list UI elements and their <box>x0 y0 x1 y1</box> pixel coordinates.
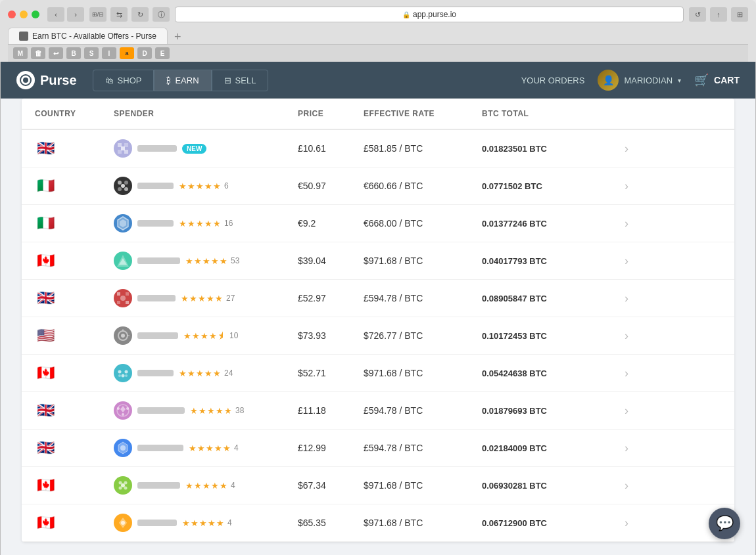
spender-avatar <box>114 476 132 495</box>
effective-rate-cell: £581.85 / BTC <box>364 143 482 154</box>
tab-earn[interactable]: ₿ EARN <box>154 70 211 91</box>
spender-cell: ★★★★★53 <box>114 252 298 270</box>
svg-point-42 <box>126 407 129 410</box>
url-text: app.purse.io <box>413 10 456 19</box>
stars-container: ★★★★★4 <box>182 518 232 528</box>
country-flag: 🇬🇧 <box>35 403 56 418</box>
share-sheet-button[interactable]: ↑ <box>710 7 727 22</box>
star-full: ★ <box>179 181 187 191</box>
nav-right: YOUR ORDERS 👤 MARIODIAN ▾ 🛒 CART <box>521 70 740 91</box>
price-cell: £11.18 <box>298 405 364 416</box>
table-row[interactable]: 🇨🇦 ★★★★★4 $67.34 $971.68 / BTC 0.0693028… <box>22 467 734 504</box>
close-button[interactable] <box>8 11 16 18</box>
table-row[interactable]: 🇨🇦 ★★★★★24 $52.71 $971.68 / BTC 0.054246… <box>22 355 734 392</box>
stars-container: ★★★★★24 <box>179 368 233 378</box>
price-cell: $65.35 <box>298 518 364 528</box>
spender-name <box>137 145 177 152</box>
star-full: ★ <box>179 368 187 378</box>
table-row[interactable]: 🇨🇦 ★★★★★53 $39.04 $971.68 / BTC 0.040177… <box>22 242 734 280</box>
country-flag: 🇨🇦 <box>35 478 56 493</box>
star-full: ★ <box>216 406 224 416</box>
svg-point-33 <box>125 370 128 374</box>
user-avatar: 👤 <box>598 70 619 91</box>
extension-arrow[interactable]: ↩ <box>49 47 63 59</box>
spender-name <box>137 183 174 189</box>
star-full: ★ <box>192 331 200 341</box>
tab-shop[interactable]: 🛍 SHOP <box>93 70 154 91</box>
user-name: MARIODIAN <box>624 76 673 85</box>
table-row[interactable]: 🇬🇧 ★★★★★27 £52.97 £594.78 / BTC 0.089058… <box>22 280 734 317</box>
star-full: ★ <box>211 481 219 491</box>
extension-s[interactable]: S <box>84 47 99 59</box>
tab-sell[interactable]: ⊟ SELL <box>212 70 269 91</box>
row-chevron-icon: › <box>613 441 640 455</box>
extension-m[interactable]: M <box>13 47 28 59</box>
reload-button[interactable]: ↻ <box>131 7 149 22</box>
price-cell: $73.93 <box>298 330 364 341</box>
spender-avatar <box>114 326 132 345</box>
star-full: ★ <box>187 368 195 378</box>
star-full: ★ <box>206 443 214 453</box>
svg-point-50 <box>124 487 128 490</box>
active-tab[interactable]: Earn BTC - Available Offers - Purse <box>8 28 168 44</box>
star-full: ★ <box>204 368 212 378</box>
table-row[interactable]: 🇨🇦 ★★★★★4 $65.35 $971.68 / BTC 0.0671290… <box>22 504 734 542</box>
back-button[interactable]: ‹ <box>47 7 64 22</box>
forward-button[interactable]: › <box>67 7 84 22</box>
star-full: ★ <box>211 256 219 266</box>
effective-rate-cell: £594.78 / BTC <box>364 293 482 303</box>
star-half: ⯨ <box>218 331 226 341</box>
svg-point-47 <box>119 481 122 485</box>
svg-point-9 <box>118 181 122 185</box>
table-row[interactable]: 🇮🇹 ★★★★★16 €9.2 €668.00 / BTC 0.01377246… <box>22 205 734 242</box>
effective-rate-cell: $971.68 / BTC <box>364 518 482 528</box>
star-full: ★ <box>199 406 206 416</box>
earn-icon: ₿ <box>166 76 171 85</box>
address-bar[interactable]: 🔒 app.purse.io <box>175 7 684 22</box>
extension-i[interactable]: I <box>102 47 116 59</box>
your-orders-link[interactable]: YOUR ORDERS <box>521 76 585 85</box>
refresh-button[interactable]: ↺ <box>689 7 706 22</box>
stars-container: ★★★★★27 <box>181 294 235 303</box>
star-full: ★ <box>183 331 191 341</box>
spender-avatar <box>114 514 132 532</box>
country-flag: 🇬🇧 <box>35 141 56 156</box>
spender-cell: ★★★★★4 <box>114 439 298 457</box>
star-full: ★ <box>202 481 210 491</box>
extension-amazon[interactable]: a <box>120 47 134 59</box>
share-button[interactable]: ⇆ <box>110 7 128 22</box>
reader-view-button[interactable]: ⊞/⊟ <box>89 7 106 22</box>
table-row[interactable]: 🇬🇧 NEW £10.61 £581.85 / BTC 0.01823501 B… <box>22 130 734 167</box>
table-row[interactable]: 🇮🇹 ★★★★★6 €50.97 €660.66 / BTC 0.0771502… <box>22 167 734 205</box>
maximize-button[interactable] <box>32 11 39 18</box>
table-row[interactable]: 🇺🇸 ★★★★⯨10 $73.93 $726.77 / BTC 0.101724… <box>22 317 734 355</box>
new-tab-icon[interactable]: + <box>170 30 185 44</box>
star-full: ★ <box>189 443 197 453</box>
cart-button[interactable]: 🛒 CART <box>694 73 740 87</box>
review-count: 10 <box>229 331 238 340</box>
price-cell: €9.2 <box>298 218 364 229</box>
table-row[interactable]: 🇬🇧 ★★★★★38 £11.18 £594.78 / BTC 0.018796… <box>22 392 734 430</box>
user-menu[interactable]: 👤 MARIODIAN ▾ <box>598 70 681 91</box>
table-row[interactable]: 🇬🇧 ★★★★★4 £12.99 £594.78 / BTC 0.0218400… <box>22 430 734 467</box>
info-button[interactable]: ⓘ <box>153 7 170 22</box>
chat-button[interactable]: 💬 <box>709 508 740 539</box>
minimize-button[interactable] <box>20 11 28 18</box>
spender-avatar <box>114 177 132 195</box>
extension-trash[interactable]: 🗑 <box>31 47 45 59</box>
logo[interactable]: Purse <box>16 71 77 89</box>
sell-icon: ⊟ <box>224 76 231 85</box>
stars-container: ★★★★★16 <box>179 219 233 229</box>
stars-container: ★★★★★53 <box>185 256 239 266</box>
star-full: ★ <box>209 331 217 341</box>
spender-cell: ★★★★★24 <box>114 364 298 382</box>
extension-d[interactable]: D <box>137 47 152 59</box>
spender-cell: ★★★★⯨10 <box>114 326 298 345</box>
nav-tabs: 🛍 SHOP ₿ EARN ⊟ SELL <box>93 70 269 91</box>
extension-b[interactable]: B <box>66 47 81 59</box>
review-count: 27 <box>226 294 235 303</box>
new-tab-button[interactable]: ⊞ <box>731 7 748 22</box>
svg-point-12 <box>124 187 128 191</box>
extension-e[interactable]: E <box>155 47 170 59</box>
star-full: ★ <box>214 443 222 453</box>
